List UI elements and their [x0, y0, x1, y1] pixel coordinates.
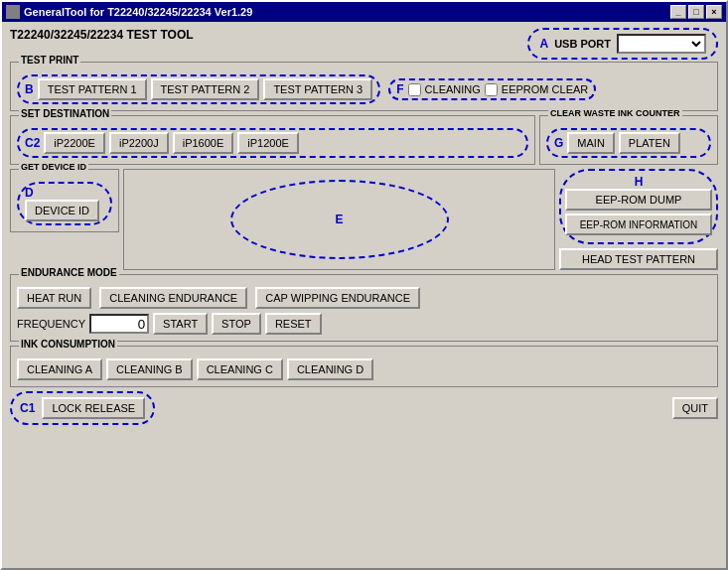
lock-release-button[interactable]: LOCK RELEASE [42, 397, 145, 419]
center-area: E [123, 169, 555, 270]
minimize-button[interactable]: _ [670, 5, 686, 19]
test-pattern-1-button[interactable]: TEST PATTERN 1 [38, 78, 147, 100]
annotation-H: H [565, 175, 712, 189]
device-id-button[interactable]: DEVICE ID [25, 200, 99, 221]
ink-consumption-title: INK CONSUMPTION [19, 339, 117, 350]
test-pattern-2-button[interactable]: TEST PATTERN 2 [151, 78, 260, 100]
endurance-section: ENDURANCE MODE HEAT RUN CLEANING ENDURAN… [10, 274, 718, 342]
cleaning-a-button[interactable]: CLEANING A [17, 358, 102, 380]
annotation-F: F [396, 82, 403, 96]
cap-wipping-button[interactable]: CAP WIPPING ENDURANCE [255, 287, 420, 309]
dest-waste-row: SET DESTINATION C2 iP2200E iP2200J iP160… [10, 115, 718, 165]
annotation-A: A [539, 37, 548, 51]
reset-button[interactable]: RESET [265, 313, 322, 335]
cleaning-endurance-button[interactable]: CLEANING ENDURANCE [99, 287, 247, 309]
annotation-C2: C2 [25, 136, 40, 150]
annotation-B: B [25, 82, 34, 96]
test-print-title: TEST PRINT [19, 55, 80, 66]
clear-waste-group: G MAIN PLATEN [546, 128, 711, 158]
app-icon [6, 5, 20, 19]
quit-button[interactable]: QUIT [672, 397, 718, 419]
content-area: T22240/32245/22234 TEST TOOL A USB PORT … [2, 22, 726, 431]
heat-run-button[interactable]: HEAT RUN [17, 287, 91, 309]
test-print-row: B TEST PATTERN 1 TEST PATTERN 2 TEST PAT… [17, 74, 711, 104]
head-test-pattern-button[interactable]: HEAD TEST PATTERN [559, 248, 718, 270]
top-header: T22240/32245/22234 TEST TOOL A USB PORT [10, 28, 718, 60]
cleaning-b-button[interactable]: CLEANING B [106, 358, 193, 380]
eep-rom-info-button[interactable]: EEP-ROM INFORMATION [565, 214, 712, 235]
cleaning-eeprom-group: F CLEANING EEPROM CLEAR [388, 78, 596, 100]
get-device-title: GET DEVICE ID [19, 162, 88, 172]
cleaning-c-button[interactable]: CLEANING C [197, 358, 283, 380]
window-title: GeneralTool for T22240/32245/22234 Ver1.… [24, 6, 252, 18]
main-button[interactable]: MAIN [567, 132, 615, 154]
get-device-col: GET DEVICE ID D DEVICE ID [10, 169, 119, 270]
bottom-row: C1 LOCK RELEASE QUIT [10, 391, 718, 425]
eep-rom-dump-button[interactable]: EEP-ROM DUMP [565, 189, 712, 211]
clear-waste-title: CLEAR WASTE INK COUNTER [548, 108, 682, 118]
frequency-row: FREQUENCY START STOP RESET [17, 313, 711, 335]
header-right: A USB PORT [527, 28, 718, 60]
set-destination-title: SET DESTINATION [19, 108, 111, 119]
ip2200e-button[interactable]: iP2200E [44, 132, 105, 154]
annotation-E: E [335, 213, 343, 226]
lock-release-group: C1 LOCK RELEASE [10, 391, 155, 425]
endurance-row1: HEAT RUN CLEANING ENDURANCE CAP WIPPING … [17, 287, 711, 309]
ip1600e-button[interactable]: iP1600E [173, 132, 234, 154]
ip2200j-button[interactable]: iP2200J [109, 132, 169, 154]
right-col: H EEP-ROM DUMP EEP-ROM INFORMATION HEAD … [559, 169, 718, 270]
start-button[interactable]: START [153, 313, 208, 335]
middle-area: GET DEVICE ID D DEVICE ID E H EEP-ROM DU… [10, 169, 718, 270]
eep-rom-group: H EEP-ROM DUMP EEP-ROM INFORMATION [559, 169, 718, 244]
set-dest-group: C2 iP2200E iP2200J iP1600E iP1200E [17, 128, 528, 158]
test-print-section: TEST PRINT B TEST PATTERN 1 TEST PATTERN… [10, 62, 718, 111]
test-patterns-group: B TEST PATTERN 1 TEST PATTERN 2 TEST PAT… [17, 74, 380, 104]
usb-port-select[interactable] [617, 34, 706, 54]
clear-waste-section: CLEAR WASTE INK COUNTER G MAIN PLATEN [539, 115, 718, 165]
maximize-button[interactable]: □ [688, 5, 704, 19]
test-pattern-3-button[interactable]: TEST PATTERN 3 [263, 78, 372, 100]
frequency-input[interactable] [89, 314, 149, 334]
platen-button[interactable]: PLATEN [619, 132, 680, 154]
frequency-label: FREQUENCY [17, 318, 85, 330]
ip1200e-button[interactable]: iP1200E [237, 132, 299, 154]
annotation-C1: C1 [20, 401, 35, 415]
close-button[interactable]: × [706, 5, 722, 19]
titlebar-buttons: _ □ × [670, 5, 722, 19]
titlebar: GeneralTool for T22240/32245/22234 Ver1.… [2, 2, 726, 22]
endurance-title: ENDURANCE MODE [19, 267, 119, 278]
stop-button[interactable]: STOP [212, 313, 261, 335]
usb-port-group: A USB PORT [527, 28, 718, 60]
device-id-group: D DEVICE ID [17, 182, 112, 225]
usb-label: USB PORT [554, 38, 611, 50]
ink-consumption-section: INK CONSUMPTION CLEANING A CLEANING B CL… [10, 346, 718, 387]
get-device-section: GET DEVICE ID D DEVICE ID [10, 169, 119, 232]
annotation-G: G [554, 136, 563, 150]
eeprom-clear-label: EEPROM CLEAR [502, 83, 588, 95]
cleaning-checkbox[interactable] [408, 83, 421, 96]
set-destination-section: SET DESTINATION C2 iP2200E iP2200J iP160… [10, 115, 535, 165]
eeprom-clear-checkbox[interactable] [485, 83, 498, 96]
app-title: T22240/32245/22234 TEST TOOL [10, 28, 194, 42]
main-window: GeneralTool for T22240/32245/22234 Ver1.… [0, 0, 728, 570]
ink-row: CLEANING A CLEANING B CLEANING C CLEANIN… [17, 358, 711, 380]
annotation-D: D [25, 186, 34, 200]
cleaning-label: CLEANING [425, 83, 481, 95]
cleaning-d-button[interactable]: CLEANING D [287, 358, 373, 380]
